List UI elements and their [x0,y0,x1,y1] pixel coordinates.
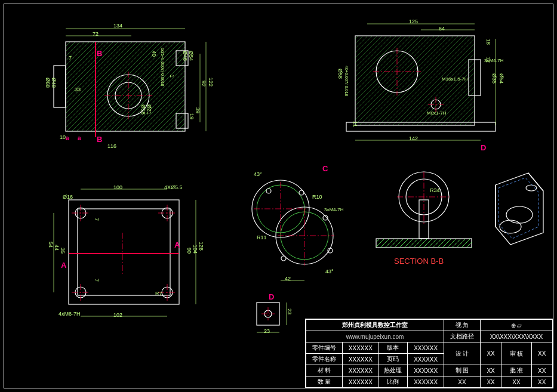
dim-phi35: Ø35 [491,73,497,84]
view-c: C 43° 43° 42 R10 R11 3xM4-7H [236,164,355,295]
dim-125: 125 [409,18,418,24]
dim-phi18: Ø18 [140,104,146,115]
letter-C: C [322,164,328,173]
tb-version-label: 版本 [378,342,407,354]
dim-142: 142 [409,135,418,141]
tb-approve: XX [531,365,552,376]
dim-phi58: Ø58 [337,69,343,79]
letter-D1: D [481,143,486,152]
dim-phi68: Ø68 [45,78,51,88]
letter-B1: B [97,49,102,58]
tb-review: XX [531,342,552,365]
tb-partname-label: 零件名称 [306,354,343,365]
letter-A1: A [174,240,180,249]
dim-1: 1 [169,75,175,78]
dim-phi54b: Ø54 [498,73,504,84]
tb-qty: XXXXXX [342,376,378,388]
tb-draft: XX [480,365,501,376]
dim-3xm4c: 3xM4-7H [324,207,343,212]
tb-design-label: 设 计 [444,342,481,365]
dim-phi16: Ø16 [63,194,73,200]
dim-10: 10 [60,134,66,140]
tb-scale-label: 比例 [378,376,407,388]
view-topleft: 134 72 7 33 116 10 Ø68 Ø48 40 1 122 92 3… [42,18,221,155]
dim-40: 40 [151,51,157,57]
dim-phi21: Ø21 [146,104,152,115]
tb-material-label: 材 料 [306,365,343,376]
letter-a2: a [78,135,81,141]
svg-point-58 [299,190,304,195]
dim-m16: M16x1.5-7H [442,76,468,82]
tb-date1: XX [444,376,481,388]
tb-approve-label: 批 准 [501,365,531,376]
svg-point-57 [266,189,271,193]
dim-4x55: 4XØ5.5 [164,184,183,190]
dim-92: 92 [201,81,207,87]
dim-102: 102 [113,312,122,318]
view-section-bb: R34 SECTION B-B [370,167,478,274]
title-block: 郑州贞利模具数控工作室 视 角 ⊕ ⏥ www.mujupeixun.com 文… [305,319,553,388]
tb-filepath: XX\XXX\XXX\XXXX [480,331,552,342]
dim-122: 122 [208,78,214,87]
dim-23b: 23 [287,308,293,314]
dim-39: 39 [195,107,201,113]
view-bottomleft: 100 4XØ5.5 102 4xM6-7H Ø16 54 44 35 126 … [36,176,215,331]
svg-point-73 [526,185,537,191]
tb-partno-label: 零件编号 [306,342,343,354]
letter-A2: A [61,261,66,270]
tb-partname: XXXXXX [342,354,378,365]
tb-check: XX [480,376,501,388]
tb-draft-label: 制 图 [444,365,481,376]
tb-qty-label: 数 量 [306,376,343,388]
svg-rect-1 [66,42,185,131]
dim-23a: 23 [264,328,270,334]
dim-3xm4: 3xM4-7H [484,58,503,63]
svg-point-61 [281,256,286,261]
dim-100: 100 [113,184,122,190]
tb-sheet: XXXXXX [408,354,444,365]
letter-B2: B [97,135,102,144]
tb-partno: XXXXXX [342,342,378,354]
dim-m8b: M8x1-7H [427,110,446,116]
tb-review-label: 审 核 [501,342,531,365]
dim-r34: R34 [430,187,440,193]
dim-54: 54 [48,242,54,248]
tb-heattreat-label: 热处理 [378,365,407,376]
dim-43a: 43° [254,171,262,177]
dim-42: 42 [285,276,291,282]
svg-line-75 [528,173,543,191]
section-bb-label: SECTION B-B [394,257,444,266]
dim-44: 44 [54,245,60,251]
svg-rect-15 [78,209,170,295]
view-d: D 23 23 [245,295,298,343]
tb-filepath-label: 文档路径 [444,331,481,342]
svg-rect-76 [257,303,279,325]
dim-tol: G35+0.0007/-0.0018 [161,48,165,86]
tb-scale: XXXXXX [408,376,444,388]
dim-11: 11 [352,121,358,127]
dim-126: 126 [198,242,204,251]
dim-19: 19 [189,113,195,119]
dim-tol2: 40+0.007/-0.018 [344,66,349,96]
letter-D2: D [269,292,274,301]
tb-viewangle-symbol: ⊕ ⏥ [480,320,552,331]
dim-116: 116 [107,143,116,149]
dim-4x6: 4xM6-7H [59,311,81,317]
dim-90: 90 [186,248,192,254]
dim-r7: R7 [155,291,162,297]
dim-18: 18 [485,39,491,45]
svg-point-71 [506,206,533,223]
tb-heattreat: XXXXXX [408,365,444,376]
tb-material: XXXXXX [342,365,378,376]
letter-a1: a [66,135,69,141]
tb-viewangle-label: 视 角 [444,320,481,331]
dim-104: 104 [192,245,198,254]
svg-point-72 [500,220,521,233]
tb-sheet-label: 页码 [378,354,407,365]
tb-studio: 郑州贞利模具数控工作室 [306,320,444,331]
dim-phi46: Ø46 [182,51,188,61]
dim-72: 72 [93,31,99,37]
dim-7a: 7 [94,218,100,221]
svg-marker-70 [496,173,543,245]
dim-7b: 7 [94,279,100,282]
